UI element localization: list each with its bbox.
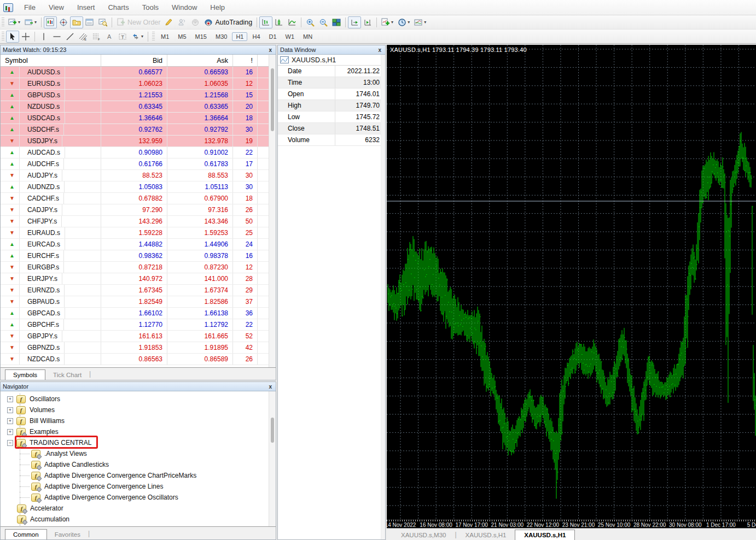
- navigator-item-accumulation[interactable]: fAccumulation: [1, 514, 268, 525]
- timeframe-m30-button[interactable]: M30: [212, 32, 231, 41]
- table-row[interactable]: ▼CHFJPY.s143.296143.34650: [1, 216, 276, 227]
- table-row[interactable]: ▼NZDCAD.s0.865630.8658926: [1, 354, 276, 365]
- new-order-button[interactable]: New Order: [114, 16, 162, 28]
- tab-tick-chart[interactable]: Tick Chart: [45, 370, 89, 380]
- navigator-item-trading-central[interactable]: −fTRADING CENTRAL: [1, 437, 268, 448]
- data-window-scrollbar[interactable]: [381, 55, 385, 539]
- templates-caret-icon[interactable]: ▾: [424, 20, 426, 25]
- table-row[interactable]: ▼GBPAUD.s1.825491.8258637: [1, 296, 276, 308]
- expand-icon[interactable]: +: [7, 418, 13, 424]
- chart-tab-3[interactable]: XAUUSD.s,H1: [515, 530, 575, 540]
- equidistant-channel-tool-button[interactable]: E: [77, 31, 90, 43]
- column-ask[interactable]: Ask: [167, 55, 233, 66]
- table-row[interactable]: ▲USDCHF.s0.927620.9279230: [1, 124, 276, 136]
- timeframe-d1-button[interactable]: D1: [265, 32, 281, 41]
- signals-button[interactable]: [189, 16, 202, 28]
- column-bid[interactable]: Bid: [101, 55, 167, 66]
- chart-tab-2[interactable]: XAUUSD.s,H1: [457, 530, 515, 540]
- navigator-scrollbar[interactable]: [269, 391, 276, 526]
- table-row[interactable]: ▼CADJPY.s97.29097.31626: [1, 204, 276, 216]
- text-tool-button[interactable]: A: [103, 31, 116, 43]
- tab-common[interactable]: Common: [5, 529, 47, 539]
- timeframe-m1-button[interactable]: M1: [157, 32, 173, 41]
- candlestick-chart-button[interactable]: [272, 16, 286, 28]
- text-label-tool-button[interactable]: T: [116, 31, 129, 43]
- expand-icon[interactable]: +: [7, 407, 13, 413]
- chart-tab-1[interactable]: XAUUSD.s,M30: [392, 530, 455, 540]
- zoom-in-button[interactable]: [304, 16, 317, 28]
- zoom-out-button[interactable]: [317, 16, 330, 28]
- menu-view[interactable]: View: [42, 1, 71, 14]
- table-row[interactable]: ▼EURJPY.s140.972141.00028: [1, 273, 276, 285]
- navigator-toggle-button[interactable]: [70, 16, 83, 28]
- navigator-item-bill-williams[interactable]: +fBill Williams: [1, 415, 268, 426]
- column-spread[interactable]: !: [233, 55, 258, 66]
- table-row[interactable]: ▼AUDJPY.s88.52388.55330: [1, 170, 276, 181]
- metaeditor-button[interactable]: [162, 16, 176, 28]
- table-row[interactable]: ▲AUDCAD.s0.909800.9100222: [1, 147, 276, 159]
- arrows-caret-icon[interactable]: ▾: [141, 34, 143, 39]
- market-watch-scrollbar[interactable]: [269, 55, 276, 367]
- table-row[interactable]: ▲GBPCAD.s1.661021.6613836: [1, 308, 276, 319]
- menu-help[interactable]: Help: [203, 1, 231, 14]
- menu-tools[interactable]: Tools: [136, 1, 165, 14]
- timeframe-h1-button[interactable]: H1: [232, 32, 247, 41]
- collapse-icon[interactable]: −: [7, 440, 13, 446]
- scrollbar-thumb[interactable]: [271, 68, 274, 131]
- indicators-caret-icon[interactable]: ▾: [391, 20, 393, 25]
- profiles-caret-icon[interactable]: ▾: [34, 20, 37, 25]
- vertical-line-tool-button[interactable]: [37, 31, 50, 43]
- templates-button[interactable]: ▾: [412, 16, 428, 28]
- price-chart-svg[interactable]: [387, 45, 756, 519]
- menu-file[interactable]: File: [18, 1, 42, 14]
- expand-icon[interactable]: +: [7, 429, 13, 435]
- horizontal-line-tool-button[interactable]: [50, 31, 63, 43]
- menu-charts[interactable]: Charts: [101, 1, 135, 14]
- table-row[interactable]: ▼USDJPY.s132.959132.97819: [1, 136, 276, 147]
- experts-button[interactable]: [176, 16, 189, 28]
- table-row[interactable]: ▼EURUSD.s1.060231.0603512: [1, 78, 276, 90]
- auto-scroll-button[interactable]: [348, 16, 361, 28]
- table-row[interactable]: ▼EURGBP.s0.872180.8723012: [1, 262, 276, 273]
- table-row[interactable]: ▲USDCAD.s1.366461.3666418: [1, 113, 276, 124]
- close-icon[interactable]: x: [376, 47, 383, 53]
- timeframe-mn-button[interactable]: MN: [299, 32, 316, 41]
- timeframe-m5-button[interactable]: M5: [174, 32, 190, 41]
- table-row[interactable]: ▲EURCHF.s0.983620.9837816: [1, 250, 276, 262]
- table-row[interactable]: ▲AUDCHF.s0.617660.6178317: [1, 159, 276, 170]
- timeframe-w1-button[interactable]: W1: [282, 32, 299, 41]
- table-row[interactable]: ▲EURCAD.s1.448821.4490624: [1, 239, 276, 250]
- navigator-item-adaptive-divergence-convergence-oscillators[interactable]: fAdaptive Divergence Convergence Oscilla…: [1, 492, 268, 503]
- strategy-tester-button[interactable]: [96, 16, 109, 28]
- new-chart-caret-icon[interactable]: ▾: [18, 20, 20, 25]
- table-row[interactable]: ▲AUDUSD.s0.665770.6659316: [1, 67, 276, 78]
- navigator-item-oscillators[interactable]: +fOscillators: [1, 394, 268, 404]
- trendline-tool-button[interactable]: [63, 31, 77, 43]
- table-row[interactable]: ▼GBPJPY.s161.613161.66552: [1, 331, 276, 342]
- navigator-item-adaptive-divergence-convergence-chartpricemarks[interactable]: fAdaptive Divergence Convergence ChartPr…: [1, 470, 268, 481]
- chart-plot-area[interactable]: [387, 45, 756, 519]
- fibonacci-tool-button[interactable]: F: [90, 31, 103, 43]
- menu-insert[interactable]: Insert: [71, 1, 102, 14]
- table-row[interactable]: ▲NZDUSD.s0.633450.6336520: [1, 101, 276, 113]
- bar-chart-button[interactable]: [259, 16, 272, 28]
- column-symbol[interactable]: Symbol: [1, 55, 101, 66]
- chart-shift-button[interactable]: [361, 16, 374, 28]
- table-row[interactable]: ▲AUDNZD.s1.050831.0511330: [1, 181, 276, 193]
- tab-symbols[interactable]: Symbols: [5, 369, 45, 380]
- table-row[interactable]: ▼EURAUD.s1.592281.5925325: [1, 227, 276, 239]
- crosshair-tool-button[interactable]: [19, 31, 32, 43]
- periods-button[interactable]: ▾: [396, 16, 412, 28]
- scrollbar-thumb[interactable]: [271, 418, 274, 443]
- new-chart-button[interactable]: ▾: [6, 16, 22, 28]
- autotrading-button[interactable]: AutoTrading: [202, 16, 254, 28]
- indicators-button[interactable]: ▾: [379, 16, 396, 28]
- market-watch-toggle-button[interactable]: [44, 16, 57, 28]
- navigator-item-volumes[interactable]: +fVolumes: [1, 404, 268, 415]
- menu-window[interactable]: Window: [165, 1, 203, 14]
- expand-icon[interactable]: +: [7, 396, 13, 402]
- table-row[interactable]: ▼CADCHF.s0.678820.6790018: [1, 193, 276, 204]
- tile-windows-button[interactable]: [330, 16, 343, 28]
- close-icon[interactable]: x: [267, 384, 274, 390]
- time-axis[interactable]: 14 Nov 202216 Nov 08:0017 Nov 17:0021 No…: [387, 519, 756, 528]
